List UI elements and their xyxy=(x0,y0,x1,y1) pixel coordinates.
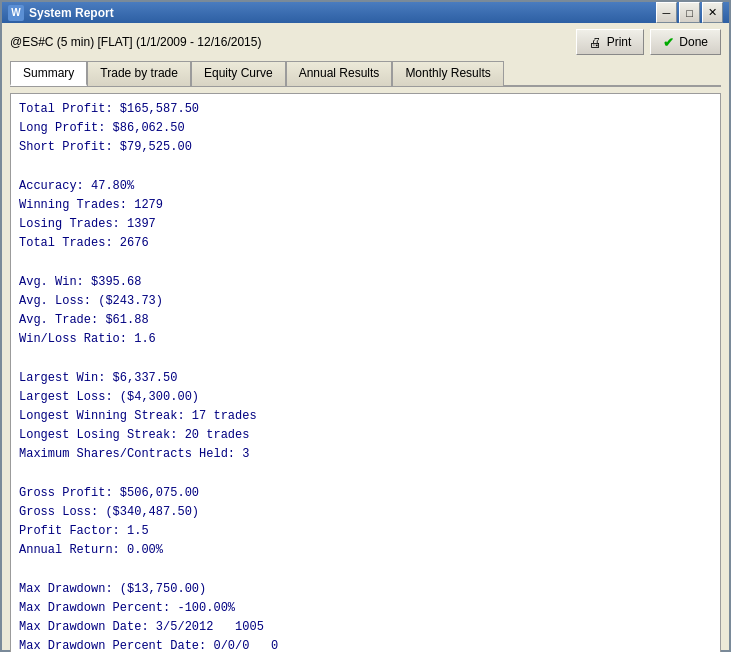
minimize-icon: ─ xyxy=(663,7,671,19)
instrument-label: @ES#C (5 min) [FLAT] (1/1/2009 - 12/16/2… xyxy=(10,35,261,49)
tab-equity-curve-label: Equity Curve xyxy=(204,66,273,80)
close-button[interactable]: ✕ xyxy=(702,2,723,23)
report-content: Total Profit: $165,587.50 Long Profit: $… xyxy=(19,100,712,652)
tab-trade-by-trade-label: Trade by trade xyxy=(100,66,178,80)
tabs-row: Summary Trade by trade Equity Curve Annu… xyxy=(10,61,721,87)
header-bar: @ES#C (5 min) [FLAT] (1/1/2009 - 12/16/2… xyxy=(10,29,721,55)
tab-summary[interactable]: Summary xyxy=(10,61,87,86)
header-buttons: 🖨 Print ✔ Done xyxy=(576,29,721,55)
tab-equity-curve[interactable]: Equity Curve xyxy=(191,61,286,86)
tab-trade-by-trade[interactable]: Trade by trade xyxy=(87,61,191,86)
tab-monthly-results[interactable]: Monthly Results xyxy=(392,61,503,86)
print-button[interactable]: 🖨 Print xyxy=(576,29,645,55)
window-controls: ─ □ ✕ xyxy=(656,2,723,23)
app-icon: W xyxy=(8,5,24,21)
minimize-button[interactable]: ─ xyxy=(656,2,677,23)
tab-summary-label: Summary xyxy=(23,66,74,80)
printer-icon: 🖨 xyxy=(589,35,602,50)
checkmark-icon: ✔ xyxy=(663,35,674,50)
window-title: System Report xyxy=(29,6,656,20)
app-icon-letter: W xyxy=(11,7,20,18)
print-label: Print xyxy=(607,35,632,49)
done-button[interactable]: ✔ Done xyxy=(650,29,721,55)
tab-annual-results[interactable]: Annual Results xyxy=(286,61,393,86)
maximize-icon: □ xyxy=(686,7,693,19)
tab-annual-results-label: Annual Results xyxy=(299,66,380,80)
report-panel[interactable]: Total Profit: $165,587.50 Long Profit: $… xyxy=(10,93,721,652)
maximize-button[interactable]: □ xyxy=(679,2,700,23)
tab-monthly-results-label: Monthly Results xyxy=(405,66,490,80)
close-icon: ✕ xyxy=(708,6,717,19)
title-bar: W System Report ─ □ ✕ xyxy=(2,2,729,23)
system-report-window: W System Report ─ □ ✕ @ES#C (5 min) [FLA… xyxy=(0,0,731,652)
done-label: Done xyxy=(679,35,708,49)
content-area: @ES#C (5 min) [FLAT] (1/1/2009 - 12/16/2… xyxy=(2,23,729,652)
